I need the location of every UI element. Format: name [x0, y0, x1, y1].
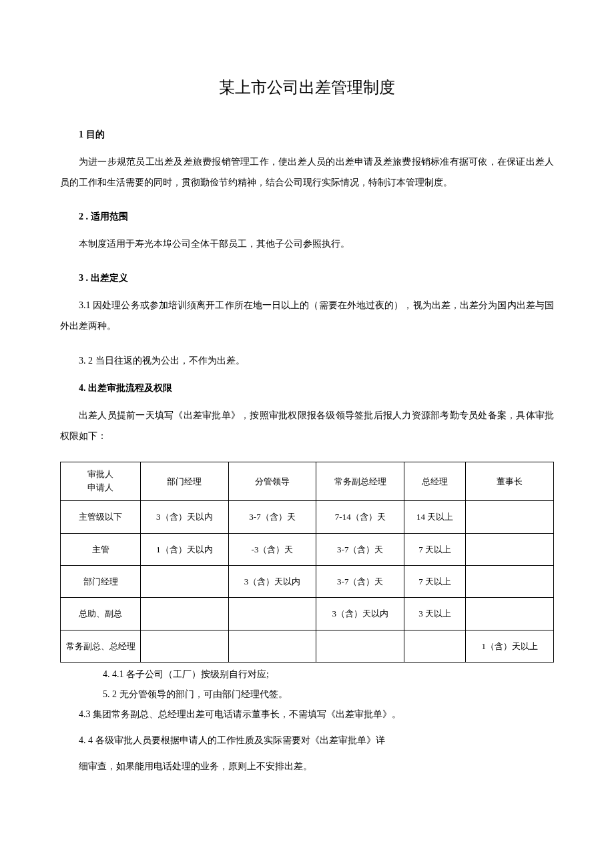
document-title: 某上市公司出差管理制度	[60, 73, 554, 102]
table-cell: 14 天以上	[404, 501, 466, 533]
section-3-2-paragraph: 3. 2 当日往返的视为公出，不作为出差。	[60, 352, 554, 370]
note-4-4-b: 细审查，如果能用电话处理的业务，原则上不安排出差。	[60, 757, 554, 777]
table-row: 部门经理 3（含）天以内 3-7（含）天 7 天以上	[61, 565, 554, 597]
table-cell: 主管	[61, 533, 141, 565]
table-cell	[316, 630, 404, 662]
table-cell: 3（含）天以内	[316, 598, 404, 630]
table-header-c4: 常务副总经理	[316, 462, 404, 501]
table-cell: 1（含）天以上	[466, 630, 554, 662]
table-header-c6: 董事长	[466, 462, 554, 501]
section-3-heading: 3 . 出差定义	[60, 270, 554, 286]
section-2-paragraph: 本制度适用于寿光本埠公司全体干部员工，其他子公司参照执行。	[60, 234, 554, 255]
section-4-heading: 4. 出差审批流程及权限	[60, 380, 554, 396]
note-4-3: 4.3 集团常务副总、总经理出差可电话请示董事长，不需填写《出差审批单》。	[60, 705, 554, 724]
table-cell	[141, 598, 229, 630]
approval-table: 审批人 申请人 部门经理 分管领导 常务副总经理 总经理 董事长 主管级以下 3…	[60, 462, 554, 663]
table-row: 主管 1（含）天以内 -3（含）天 3-7（含）天 7 天以上	[61, 533, 554, 565]
table-cell: 3 天以上	[404, 598, 466, 630]
table-cell: 3-7（含）天	[228, 501, 316, 533]
table-header-split: 审批人 申请人	[61, 462, 141, 501]
section-3-1-paragraph: 3.1 因处理公务或参加培训须离开工作所在地一日以上的（需要在外地过夜的），视为…	[60, 296, 554, 337]
table-cell	[228, 630, 316, 662]
table-cell: 部门经理	[61, 565, 141, 597]
table-header-c3: 分管领导	[228, 462, 316, 501]
table-cell	[466, 598, 554, 630]
table-cell	[466, 501, 554, 533]
table-cell: 3（含）天以内	[141, 501, 229, 533]
table-cell: 7 天以上	[404, 565, 466, 597]
table-cell	[141, 630, 229, 662]
header-split-bottom: 申请人	[63, 481, 137, 495]
table-cell: -3（含）天	[228, 533, 316, 565]
table-cell	[141, 565, 229, 597]
table-cell: 常务副总、总经理	[61, 630, 141, 662]
note-4-4-a: 4. 4 各级审批人员要根据申请人的工作性质及实际需要对《出差审批单》详	[60, 731, 554, 751]
table-cell: 主管级以下	[61, 501, 141, 533]
table-row: 常务副总、总经理 1（含）天以上	[61, 630, 554, 662]
table-cell: 总助、副总	[61, 598, 141, 630]
table-row: 总助、副总 3（含）天以内 3 天以上	[61, 598, 554, 630]
table-cell	[404, 630, 466, 662]
table-cell: 3-7（含）天	[316, 565, 404, 597]
table-header-c2: 部门经理	[141, 462, 229, 501]
section-2-heading: 2 . 适用范围	[60, 208, 554, 225]
table-row: 主管级以下 3（含）天以内 3-7（含）天 7-14（含）天 14 天以上	[61, 501, 554, 533]
table-cell	[466, 565, 554, 597]
section-1-paragraph: 为进一步规范员工出差及差旅费报销管理工作，使出差人员的出差申请及差旅费报销标准有…	[60, 152, 554, 193]
section-1-heading: 1 目的	[60, 126, 554, 143]
table-cell: 3（含）天以内	[228, 565, 316, 597]
table-cell: 3-7（含）天	[316, 533, 404, 565]
table-cell: 1（含）天以内	[141, 533, 229, 565]
section-4-intro-paragraph: 出差人员提前一天填写《出差审批单》，按照审批权限报各级领导签批后报人力资源部考勤…	[60, 406, 554, 447]
table-cell: 7 天以上	[404, 533, 466, 565]
table-cell	[228, 598, 316, 630]
note-4-1: 4. 4.1 各子公司（工厂）按级别自行对应;	[60, 665, 554, 684]
note-5-2: 5. 2 无分管领导的部门，可由部门经理代签。	[60, 685, 554, 704]
header-split-top: 审批人	[63, 468, 137, 482]
table-header-row: 审批人 申请人 部门经理 分管领导 常务副总经理 总经理 董事长	[61, 462, 554, 501]
table-header-c5: 总经理	[404, 462, 466, 501]
table-cell	[466, 533, 554, 565]
table-cell: 7-14（含）天	[316, 501, 404, 533]
